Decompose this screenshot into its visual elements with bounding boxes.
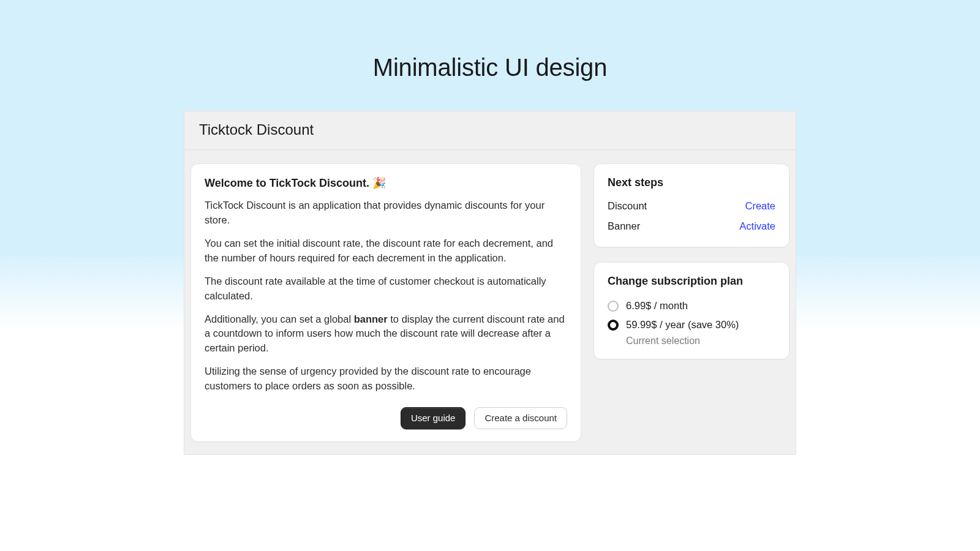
welcome-p4-bold: banner [354, 313, 388, 324]
party-popper-icon: 🎉 [372, 177, 386, 189]
create-link[interactable]: Create [745, 200, 775, 212]
welcome-title: Welcome to TickTock Discount. 🎉 [205, 176, 567, 190]
next-steps-card: Next steps Discount Create Banner Activa… [594, 163, 790, 247]
plan-monthly-label: 6.99$ / month [626, 300, 688, 312]
welcome-paragraph: Utilizing the sense of urgency provided … [205, 364, 567, 394]
radio-checked-icon [608, 320, 619, 331]
panel-body: Welcome to TickTock Discount. 🎉 TickTock… [184, 150, 796, 454]
page-heading: Minimalistic UI design [0, 0, 980, 81]
next-steps-label: Discount [608, 200, 647, 212]
welcome-paragraph: You can set the initial discount rate, t… [205, 236, 567, 266]
welcome-title-text: Welcome to TickTock Discount. [205, 177, 369, 189]
activate-link[interactable]: Activate [739, 220, 775, 232]
side-column: Next steps Discount Create Banner Activa… [594, 163, 790, 442]
plan-yearly-label: 59.99$ / year (save 30%) [626, 319, 739, 331]
radio-unchecked-icon [608, 301, 619, 312]
welcome-p4-before: Additionally, you can set a global [205, 313, 354, 324]
user-guide-button[interactable]: User guide [401, 407, 466, 429]
panel-title: Ticktock Discount [199, 121, 781, 138]
plan-yearly-option[interactable]: 59.99$ / year (save 30%) [608, 315, 775, 334]
welcome-card: Welcome to TickTock Discount. 🎉 TickTock… [190, 163, 581, 442]
next-steps-row: Banner Activate [608, 218, 775, 234]
welcome-actions: User guide Create a discount [205, 407, 567, 429]
next-steps-row: Discount Create [608, 198, 775, 214]
main-column: Welcome to TickTock Discount. 🎉 TickTock… [190, 163, 581, 442]
subscription-title: Change subscription plan [608, 275, 775, 288]
welcome-paragraph: The discount rate available at the time … [205, 274, 567, 304]
welcome-paragraph: TickTock Discount is an application that… [205, 198, 567, 228]
next-steps-title: Next steps [608, 176, 775, 189]
welcome-paragraph: Additionally, you can set a global banne… [205, 312, 567, 356]
subscription-card: Change subscription plan 6.99$ / month 5… [594, 262, 790, 359]
plan-monthly-option[interactable]: 6.99$ / month [608, 296, 775, 315]
create-discount-button[interactable]: Create a discount [474, 407, 567, 429]
app-panel: Ticktock Discount Welcome to TickTock Di… [184, 111, 796, 455]
panel-header: Ticktock Discount [184, 111, 796, 150]
current-selection-hint: Current selection [626, 335, 775, 347]
next-steps-label: Banner [608, 220, 640, 232]
